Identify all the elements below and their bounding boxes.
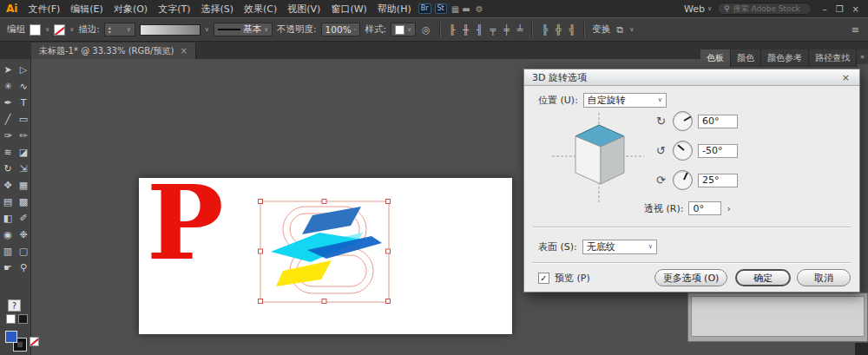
menu-select[interactable]: 选择(S) xyxy=(195,3,239,16)
menu-object[interactable]: 对象(O) xyxy=(108,3,153,16)
type-tool[interactable]: T xyxy=(16,95,31,111)
menu-view[interactable]: 视图(V) xyxy=(282,3,326,16)
distribute-center-icon[interactable]: ╬ xyxy=(554,24,563,36)
artboard-tool[interactable]: ▢ xyxy=(16,243,31,260)
align-left-icon[interactable]: ╟ xyxy=(448,24,457,36)
symbol-sprayer-tool[interactable]: ❉ xyxy=(16,227,31,243)
perspective-grid-tool[interactable]: ▤ xyxy=(0,194,16,210)
selection-tool[interactable]: ➤ xyxy=(0,62,16,78)
none-color-chip[interactable] xyxy=(30,337,39,346)
rotate-x-field[interactable]: 60° xyxy=(698,115,738,128)
logo-shape-steel-blue[interactable] xyxy=(302,207,361,234)
direct-selection-tool[interactable]: ▷ xyxy=(16,62,31,78)
free-transform-tool[interactable]: ✥ xyxy=(0,177,16,194)
variable-width-profile[interactable] xyxy=(140,24,201,36)
workspace-switcher[interactable]: Web ∨ xyxy=(684,3,712,15)
zoom-tool[interactable]: ⚲ xyxy=(16,260,31,276)
align-right-icon[interactable]: ╢ xyxy=(475,24,484,36)
pen-tool[interactable]: ✒ xyxy=(0,95,16,111)
rotate-y-dial[interactable] xyxy=(673,141,693,161)
pencil-tool[interactable]: ✏ xyxy=(16,128,31,144)
rotate-x-dial[interactable] xyxy=(673,111,693,131)
tab-color-guide[interactable]: 颜色参考 xyxy=(761,49,809,67)
blend-tool[interactable]: ◉ xyxy=(0,227,16,243)
dialog-close-icon[interactable]: × xyxy=(840,72,852,83)
fill-color-chip[interactable] xyxy=(5,331,17,343)
close-button[interactable]: × xyxy=(848,4,864,14)
perspective-popup-icon[interactable]: › xyxy=(727,203,730,214)
stroke-weight-stepper[interactable]: ▴▾ ∨ xyxy=(104,23,135,36)
preview-checkbox[interactable]: ✓ xyxy=(538,273,549,284)
arrange-documents-icon[interactable]: ▦ ▬ xyxy=(451,4,470,14)
screen-mode-icon[interactable]: ⚙ xyxy=(476,4,483,14)
red-letter-artwork[interactable]: P xyxy=(147,172,224,274)
distribute-right-icon[interactable]: ╣ xyxy=(568,24,577,36)
menu-effect[interactable]: 效果(C) xyxy=(239,3,282,16)
rotate-tool[interactable]: ↻ xyxy=(0,161,16,177)
align-bottom-icon[interactable]: ╧ xyxy=(516,24,525,36)
menu-file[interactable]: 文件(F) xyxy=(23,3,65,16)
eraser-tool[interactable]: ◪ xyxy=(16,144,31,161)
stroke-dropdown-icon[interactable]: ∨ xyxy=(69,27,74,33)
rotate-y-field[interactable]: -50° xyxy=(698,144,738,158)
dialog-title-bar[interactable]: 3D 旋转选项 × xyxy=(524,69,859,86)
stepper-arrows-icon[interactable]: ▴▾ xyxy=(108,25,111,34)
surface-select[interactable]: 无底纹 ∨ xyxy=(582,240,657,254)
eyedropper-tool[interactable]: ✐ xyxy=(16,210,31,227)
width-tool[interactable]: ≋ xyxy=(0,144,16,161)
stroke-color-swatch[interactable] xyxy=(54,24,65,36)
fill-dropdown-icon[interactable]: ∨ xyxy=(45,27,49,33)
tab-swatches[interactable]: 色板 xyxy=(700,49,731,67)
rectangle-tool[interactable]: ▭ xyxy=(16,111,31,128)
opacity-field[interactable]: 100% › xyxy=(321,23,361,36)
isolate-icon[interactable]: ⧉ xyxy=(615,24,625,36)
gradient-tool[interactable]: ◧ xyxy=(0,210,16,227)
search-input[interactable] xyxy=(733,4,805,13)
align-top-icon[interactable]: ╤ xyxy=(489,24,498,36)
tab-close-icon[interactable]: × xyxy=(180,46,187,56)
rotate-z-dial[interactable] xyxy=(673,170,693,190)
align-center-icon[interactable]: ╫ xyxy=(461,24,470,36)
stock-search[interactable]: ⚲ xyxy=(717,3,812,15)
default-colors-icon[interactable] xyxy=(6,314,16,324)
panel-menu-icon[interactable]: ≡ xyxy=(850,24,861,36)
perspective-field[interactable]: 0° xyxy=(688,201,721,215)
align-middle-icon[interactable]: ╪ xyxy=(502,24,511,36)
magic-wand-tool[interactable]: ✳ xyxy=(0,78,16,95)
tab-pathfinder[interactable]: 路径查找 xyxy=(809,49,857,67)
column-graph-tool[interactable]: ▥ xyxy=(0,243,16,260)
fill-color-swatch[interactable] xyxy=(30,24,41,36)
transform-dropdown-icon[interactable]: ∨ xyxy=(629,27,634,33)
menu-help[interactable]: 帮助(H) xyxy=(372,3,417,16)
selected-logo-artwork[interactable] xyxy=(257,196,396,309)
style-dropdown[interactable]: ∨ xyxy=(391,23,416,36)
hand-tool[interactable]: ☛ xyxy=(0,260,16,276)
stroke-weight-dropdown-icon[interactable]: ∨ xyxy=(127,27,131,33)
recolor-artwork-icon[interactable]: ◎ xyxy=(420,24,432,36)
paintbrush-tool[interactable]: ✑ xyxy=(0,128,16,144)
menu-window[interactable]: 窗口(W) xyxy=(326,3,372,16)
mesh-tool[interactable]: ▩ xyxy=(16,194,31,210)
more-options-button[interactable]: 更多选项 (O) xyxy=(654,269,727,286)
line-segment-tool[interactable]: ╱ xyxy=(0,111,16,128)
tab-color[interactable]: 颜色 xyxy=(731,49,761,67)
cancel-button[interactable]: 取消 xyxy=(797,269,851,286)
menu-edit[interactable]: 编辑(E) xyxy=(65,3,108,16)
swap-colors-icon[interactable] xyxy=(18,314,28,324)
logo-shape-yellow[interactable] xyxy=(276,260,332,286)
shape-builder-tool[interactable]: ▦ xyxy=(16,177,31,194)
bridge-icon[interactable]: Br xyxy=(418,3,431,14)
ok-button[interactable]: 确定 xyxy=(735,269,791,286)
scale-tool[interactable]: ⇲ xyxy=(16,161,31,177)
minimize-button[interactable]: – xyxy=(819,4,832,14)
profile-dropdown-icon[interactable]: ∨ xyxy=(205,27,209,33)
help-icon[interactable]: ? xyxy=(8,299,21,312)
distribute-left-icon[interactable]: ╠ xyxy=(540,24,549,36)
restore-button[interactable]: ❐ xyxy=(832,4,848,14)
transform-label[interactable]: 变换 xyxy=(592,23,610,36)
rotate-z-field[interactable]: 25° xyxy=(698,174,738,187)
position-select[interactable]: 自定旋转 ∨ xyxy=(583,93,667,108)
rotation-cube-widget[interactable] xyxy=(549,111,646,205)
brush-definition-dropdown[interactable]: 基本 ∨ xyxy=(214,23,273,36)
document-tab[interactable]: 未标题-1* @ 33.33% (RGB/预览) × xyxy=(31,43,196,59)
